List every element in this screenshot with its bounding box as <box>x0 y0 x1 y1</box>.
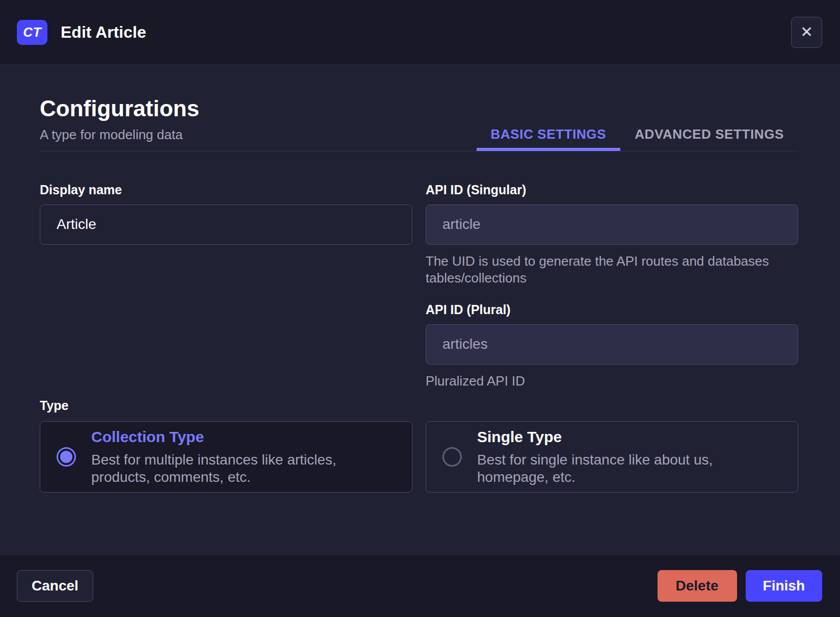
modal-title: Edit Article <box>61 23 146 42</box>
card-single-type[interactable]: Single Type Best for single instance lik… <box>426 421 798 493</box>
api-id-plural-input <box>426 324 798 365</box>
page-subtitle: A type for modeling data <box>40 126 199 144</box>
form-column-right: API ID (Singular) The UID is used to gen… <box>426 182 798 390</box>
modal-body: Configurations A type for modeling data … <box>0 65 840 554</box>
section-head: Configurations A type for modeling data … <box>40 65 798 151</box>
close-icon: ✕ <box>800 24 813 40</box>
content-type-badge: CT <box>17 20 47 45</box>
display-name-input[interactable] <box>40 204 412 245</box>
api-id-plural-hint: Pluralized API ID <box>426 373 798 390</box>
api-id-plural-field: API ID (Plural) Pluralized API ID <box>426 302 798 390</box>
single-type-radio-icon[interactable] <box>442 447 462 467</box>
single-type-text: Single Type Best for single instance lik… <box>477 428 782 486</box>
collection-type-radio-icon[interactable] <box>57 447 76 467</box>
single-type-title: Single Type <box>477 428 782 446</box>
modal-header: CT Edit Article ✕ <box>0 0 840 65</box>
collection-type-description: Best for multiple instances like article… <box>91 451 397 486</box>
display-name-field: Display name <box>40 182 412 245</box>
api-id-singular-field: API ID (Singular) The UID is used to gen… <box>426 182 798 287</box>
finish-button[interactable]: Finish <box>746 570 822 602</box>
single-type-description: Best for single instance like about us, … <box>477 451 782 486</box>
tab-advanced-settings[interactable]: ADVANCED SETTINGS <box>620 118 798 151</box>
cancel-button[interactable]: Cancel <box>17 570 93 602</box>
api-id-singular-input <box>426 204 798 245</box>
api-id-plural-label: API ID (Plural) <box>426 302 798 317</box>
form-column-left: Display name <box>40 182 412 245</box>
edit-article-modal: CT Edit Article ✕ Configurations A type … <box>0 0 840 617</box>
tab-basic-settings[interactable]: BASIC SETTINGS <box>477 118 621 151</box>
display-name-label: Display name <box>40 182 412 197</box>
footer-actions: Delete Finish <box>658 570 823 602</box>
type-section: Type Collection Type Best for multiple i… <box>40 398 798 493</box>
card-collection-type[interactable]: Collection Type Best for multiple instan… <box>40 421 412 493</box>
page-title: Configurations <box>40 94 199 122</box>
type-label: Type <box>40 398 798 413</box>
collection-type-text: Collection Type Best for multiple instan… <box>91 428 397 486</box>
configuration-form: Display name API ID (Singular) The UID i… <box>40 182 798 390</box>
api-id-singular-hint: The UID is used to generate the API rout… <box>426 253 798 287</box>
type-cards: Collection Type Best for multiple instan… <box>40 421 798 493</box>
head-titles: Configurations A type for modeling data <box>40 94 199 151</box>
collection-type-title: Collection Type <box>91 428 397 446</box>
close-button[interactable]: ✕ <box>791 17 822 48</box>
delete-button[interactable]: Delete <box>658 570 737 602</box>
api-id-singular-label: API ID (Singular) <box>426 182 798 197</box>
settings-tabs: BASIC SETTINGS ADVANCED SETTINGS <box>477 118 798 151</box>
modal-footer: Cancel Delete Finish <box>0 554 840 617</box>
